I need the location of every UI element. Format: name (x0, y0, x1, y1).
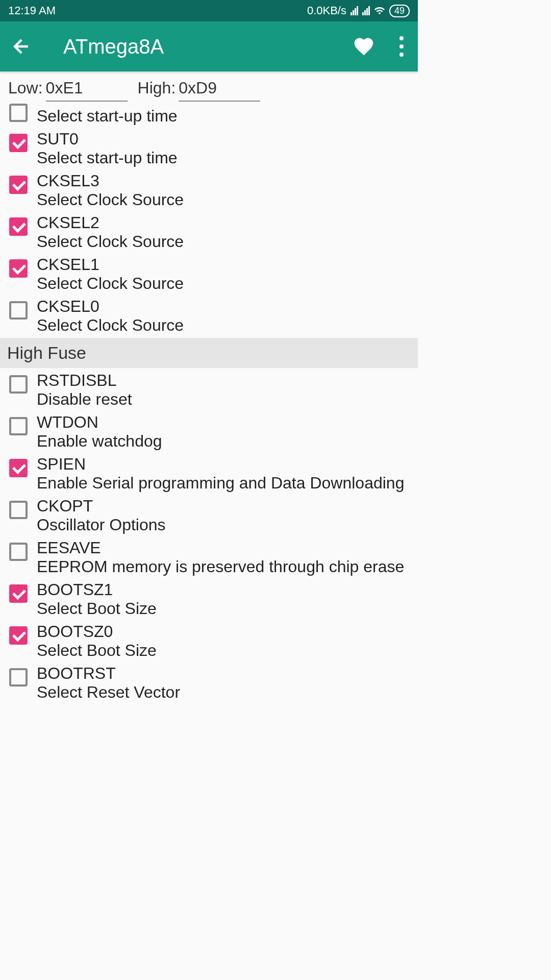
item-text: WTDON Enable watchdog (37, 413, 409, 451)
item-name: CKSEL2 (37, 213, 409, 232)
low-fuse-list: SUT1 Select start-up time SUT0 Select st… (0, 100, 418, 337)
item-text: SPIEN Enable Serial programming and Data… (37, 455, 409, 493)
back-icon[interactable] (10, 35, 33, 58)
item-desc: Select start-up time (37, 149, 409, 167)
checkbox[interactable] (9, 501, 28, 519)
checkbox[interactable] (9, 104, 28, 122)
checkbox[interactable] (9, 417, 28, 435)
item-desc: Select Boot Size (37, 599, 409, 618)
list-item[interactable]: SPIEN Enable Serial programming and Data… (9, 453, 409, 495)
item-text: CKSEL0 Select Clock Source (37, 297, 409, 335)
item-desc: Oscillator Options (37, 516, 409, 534)
item-text: CKSEL3 Select Clock Source (37, 172, 409, 209)
section-header-high: High Fuse (0, 338, 418, 368)
checkbox[interactable] (9, 543, 28, 561)
list-item[interactable]: SUT0 Select start-up time (9, 128, 409, 169)
page-title: ATmega8A (63, 35, 353, 58)
checkbox[interactable] (9, 626, 28, 645)
item-desc: Select Clock Source (37, 316, 409, 335)
low-fuse-input[interactable] (46, 79, 128, 102)
item-desc: Select Reset Vector (37, 683, 409, 702)
item-text: BOOTSZ0 Select Boot Size (37, 622, 409, 660)
high-fuse-label: High: (138, 79, 176, 97)
item-desc: Disable reset (37, 390, 409, 409)
list-item[interactable]: RSTDISBL Disable reset (9, 369, 409, 411)
item-name: BOOTSZ0 (37, 622, 409, 641)
item-name: SPIEN (37, 455, 409, 474)
list-item[interactable]: CKSEL3 Select Clock Source (9, 169, 409, 211)
item-desc: Select Clock Source (37, 274, 409, 293)
item-name: CKSEL1 (37, 255, 409, 274)
item-text: SUT0 Select start-up time (37, 130, 409, 167)
item-text: RSTDISBL Disable reset (37, 371, 409, 409)
checkbox[interactable] (9, 584, 28, 603)
status-time: 12:19 AM (8, 4, 56, 17)
high-fuse-list: RSTDISBL Disable reset WTDON Enable watc… (0, 369, 418, 704)
item-desc: Select Clock Source (37, 190, 409, 209)
checkbox[interactable] (9, 259, 28, 278)
battery-badge: 49 (389, 5, 410, 17)
item-name: RSTDISBL (37, 371, 409, 390)
signal-icon-1 (350, 6, 358, 15)
high-fuse-input[interactable] (179, 79, 260, 102)
list-item[interactable]: BOOTSZ1 Select Boot Size (9, 578, 409, 620)
checkbox[interactable] (9, 375, 28, 394)
item-text: CKSEL2 Select Clock Source (37, 213, 409, 251)
checkbox[interactable] (9, 217, 28, 236)
status-bar: 12:19 AM 0.0KB/s 49 (0, 0, 418, 21)
heart-icon[interactable] (353, 35, 375, 58)
item-desc: Select Boot Size (37, 641, 409, 660)
list-item[interactable]: SUT1 Select start-up time (9, 100, 409, 128)
item-name: BOOTSZ1 (37, 580, 409, 599)
item-text: BOOTRST Select Reset Vector (37, 664, 409, 702)
list-item[interactable]: BOOTSZ0 Select Boot Size (9, 620, 409, 662)
checkbox[interactable] (9, 668, 28, 687)
item-name: CKOPT (37, 497, 409, 516)
item-desc: Enable watchdog (37, 432, 409, 451)
menu-icon[interactable] (395, 32, 408, 61)
checkbox[interactable] (9, 459, 28, 477)
signal-icon-2 (362, 6, 370, 15)
item-text: CKSEL1 Select Clock Source (37, 255, 409, 293)
list-item[interactable]: CKSEL2 Select Clock Source (9, 211, 409, 253)
checkbox[interactable] (9, 134, 28, 152)
list-item[interactable]: WTDON Enable watchdog (9, 411, 409, 453)
wifi-icon (374, 5, 385, 16)
list-item[interactable]: CKSEL0 Select Clock Source (9, 295, 409, 337)
list-item[interactable]: BOOTRST Select Reset Vector (9, 662, 409, 704)
item-text: BOOTSZ1 Select Boot Size (37, 580, 409, 618)
data-rate: 0.0KB/s (307, 4, 346, 17)
list-item[interactable]: CKSEL1 Select Clock Source (9, 253, 409, 295)
checkbox[interactable] (9, 301, 28, 320)
list-item[interactable]: CKOPT Oscillator Options (9, 495, 409, 536)
item-text: SUT1 Select start-up time (37, 100, 409, 126)
item-name: BOOTRST (37, 664, 409, 683)
item-name: EESAVE (37, 538, 409, 557)
app-bar: ATmega8A (0, 21, 418, 71)
item-name: CKSEL0 (37, 297, 409, 316)
item-name: CKSEL3 (37, 172, 409, 190)
item-desc: Select Clock Source (37, 232, 409, 251)
item-name: SUT0 (37, 130, 409, 149)
item-desc: Select start-up time (37, 107, 409, 126)
item-text: CKOPT Oscillator Options (37, 497, 409, 534)
item-name: WTDON (37, 413, 409, 432)
status-right: 0.0KB/s 49 (307, 4, 410, 17)
list-item[interactable]: EESAVE EEPROM memory is preserved throug… (9, 536, 409, 578)
item-desc: EEPROM memory is preserved through chip … (37, 557, 409, 576)
low-fuse-label: Low: (8, 79, 43, 97)
checkbox[interactable] (9, 176, 28, 194)
item-text: EESAVE EEPROM memory is preserved throug… (37, 538, 409, 576)
item-desc: Enable Serial programming and Data Downl… (37, 474, 409, 493)
